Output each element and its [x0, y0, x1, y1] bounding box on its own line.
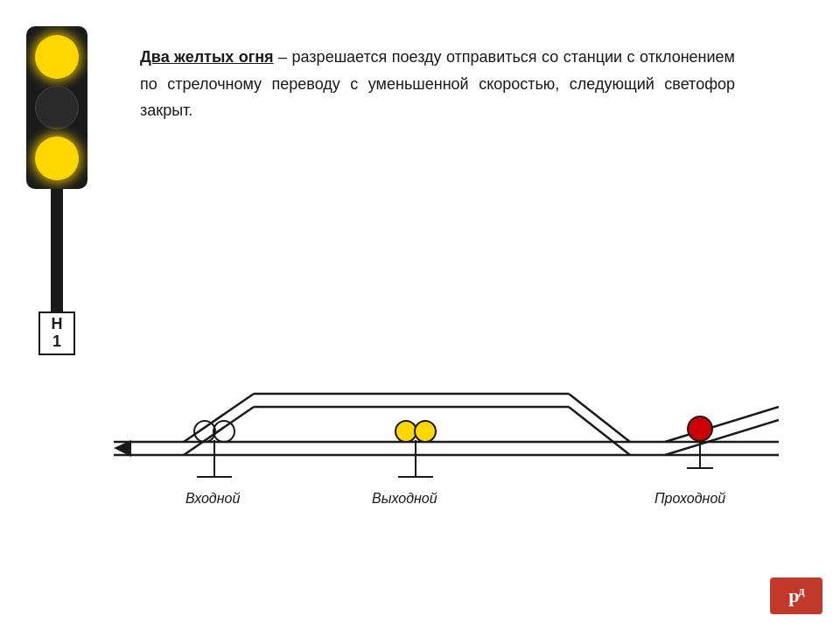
sign-box: Н 1	[38, 312, 75, 355]
svg-point-16	[396, 421, 416, 442]
description-section: Два желтых огня – разрешается поезду отп…	[140, 44, 735, 124]
svg-point-17	[415, 421, 436, 442]
description-title: Два желтых огня	[140, 48, 274, 66]
light-yellow-top	[35, 35, 79, 79]
sign-line1: Н	[52, 316, 63, 333]
traffic-light-pole	[51, 189, 63, 312]
rzd-logo: рд	[770, 578, 822, 614]
description-paragraph: Два желтых огня – разрешается поезду отп…	[140, 44, 735, 124]
svg-point-20	[688, 416, 712, 441]
svg-line-7	[569, 407, 630, 455]
light-dark-middle	[35, 86, 79, 130]
light-yellow-bottom	[35, 136, 79, 180]
sign-line2: 1	[52, 333, 61, 351]
rzd-logo-box: рд	[770, 578, 822, 614]
label-vkhodnoy: Входной	[186, 491, 240, 506]
label-prokhodnoy: Проходной	[654, 491, 725, 506]
label-vykhodnoy: Выходной	[372, 491, 438, 506]
diagram-section: Входной Выходной Проходной	[114, 324, 779, 525]
traffic-light-section: Н 1	[26, 26, 88, 355]
diagram-svg: Входной Выходной Проходной	[114, 324, 779, 525]
traffic-light-body	[26, 26, 88, 189]
rzd-logo-text: рд	[788, 584, 803, 607]
svg-line-6	[569, 394, 630, 442]
